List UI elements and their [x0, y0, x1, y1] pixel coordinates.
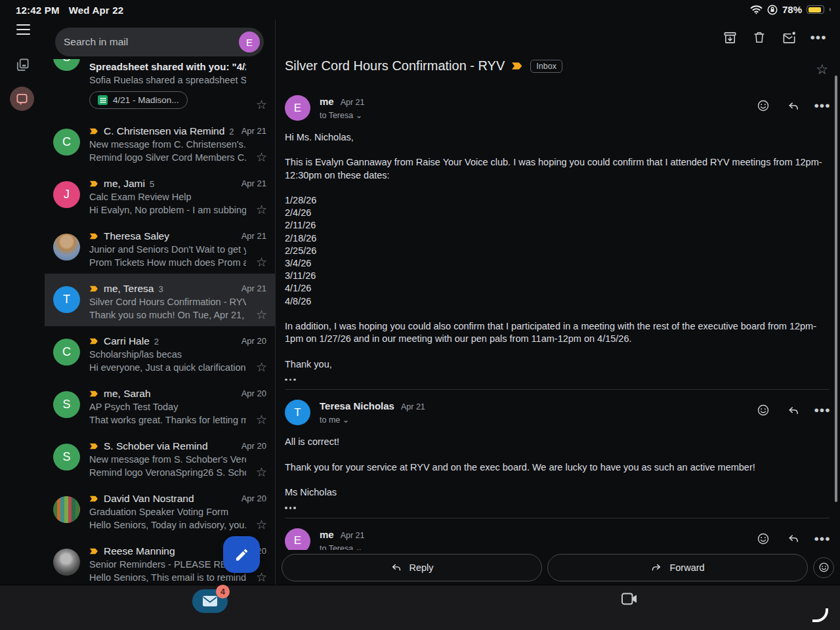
reply-icon — [786, 404, 800, 417]
attachment-chip[interactable]: 4/21 - Madison... — [89, 91, 188, 109]
wifi-icon — [750, 5, 763, 14]
email-date: Apr 21 — [242, 284, 266, 293]
message-body-line — [285, 308, 828, 320]
attachment-name: 4/21 - Madison... — [113, 95, 179, 105]
important-marker-icon — [89, 180, 99, 187]
delete-button[interactable] — [751, 30, 767, 45]
email-subject: Calc Exam Review Help — [89, 190, 246, 203]
email-sender: me, Jami — [104, 178, 145, 190]
thread-star-icon[interactable]: ☆ — [816, 62, 828, 76]
message-header[interactable]: E me Apr 21 to Teresa ⌄ ••• — [276, 85, 840, 127]
email-subject: New message from C. Christensen's... — [89, 138, 246, 151]
email-sender: Carri Hale — [104, 335, 150, 347]
unread-badge: 4 — [216, 585, 230, 598]
list-item[interactable]: C C. Christensen via Remind 2 New messag… — [45, 116, 275, 169]
inbox-label-chip[interactable]: Inbox — [530, 60, 562, 73]
message-body-line: 3/4/26 — [285, 257, 828, 270]
show-trimmed-content-button[interactable] — [285, 379, 840, 381]
reply-button[interactable] — [786, 98, 800, 113]
video-camera-icon[interactable] — [621, 592, 640, 606]
star-icon[interactable]: ☆ — [256, 256, 267, 268]
star-icon[interactable]: ☆ — [256, 518, 267, 531]
smiley-icon — [818, 562, 830, 573]
email-date: Apr 21 — [242, 178, 266, 188]
email-date: Apr 20 — [242, 494, 266, 503]
emoji-reaction-button[interactable] — [813, 557, 834, 578]
smiley-icon — [757, 99, 770, 112]
multitasking-windows-icon[interactable] — [15, 57, 30, 72]
list-item[interactable]: Theresa Saley Junior and Seniors Don't W… — [45, 221, 275, 274]
forward-pill-button[interactable]: Forward — [547, 554, 808, 581]
star-icon[interactable]: ☆ — [256, 361, 267, 373]
reply-pill-button[interactable]: Reply — [282, 554, 542, 581]
thread-subject: Silver Cord Hours Confirmation - RYV — [285, 58, 505, 74]
avatar: S — [53, 444, 80, 471]
list-item[interactable]: S me, Sarah AP Psych Test Today That wor… — [45, 379, 275, 431]
message-recipient[interactable]: to me ⌄ — [320, 415, 425, 425]
archive-icon — [723, 30, 738, 45]
emoji-reaction-button[interactable] — [756, 403, 770, 417]
email-snippet: Remind logo VeronaSpring26 S. Scho... — [89, 466, 246, 479]
message: T Teresa Nicholas Apr 21 to me ⌄ ••• — [276, 390, 840, 518]
emoji-reaction-button[interactable] — [756, 98, 770, 113]
mail-unread-icon — [782, 30, 797, 45]
window-corner-handle[interactable] — [812, 608, 828, 622]
star-icon[interactable]: ☆ — [256, 466, 267, 478]
important-marker-icon — [89, 495, 99, 502]
show-trimmed-content-button[interactable] — [285, 507, 840, 509]
message-recipient[interactable]: to Teresa ⌄ — [320, 110, 365, 120]
mark-unread-button[interactable] — [781, 30, 797, 45]
battery-icon — [807, 5, 824, 14]
email-sender: C. Christensen via Remind — [104, 125, 224, 137]
list-item[interactable]: S S. Schober via Remind New message from… — [45, 431, 275, 484]
email-snippet: Hi Evalyn, No problem - I am subbing... — [89, 203, 246, 217]
avatar-photo — [53, 234, 80, 261]
email-sender: S. Schober via Remind — [104, 440, 208, 452]
scrollbar-thumb[interactable] — [835, 75, 837, 502]
message-more-button[interactable]: ••• — [815, 98, 830, 113]
list-item[interactable]: C Carri Hale 2 Scholarship/las becas Hi … — [45, 326, 275, 379]
mail-app-icon[interactable]: 4 — [192, 589, 228, 613]
message-header[interactable]: T Teresa Nicholas Apr 21 to me ⌄ ••• — [276, 390, 840, 432]
star-icon[interactable]: ☆ — [256, 308, 267, 321]
message-body-line: 2/18/26 — [285, 232, 828, 245]
thread-count: 2 — [154, 337, 159, 346]
active-app-icon[interactable] — [10, 87, 34, 111]
search-bar[interactable]: Search in mail E — [55, 28, 264, 56]
more-button[interactable]: ••• — [810, 30, 826, 45]
email-date: Apr 20 — [242, 336, 266, 346]
message-more-button[interactable]: ••• — [815, 532, 830, 546]
message-body-line: 4/1/26 — [285, 282, 828, 295]
list-item-selected[interactable]: T me, Teresa 3 Silver Cord Hours Confirm… — [45, 274, 275, 326]
message-more-button[interactable]: ••• — [815, 403, 830, 417]
compose-button[interactable] — [223, 536, 260, 573]
reply-button[interactable] — [786, 403, 800, 417]
email-snippet: That works great. Thanks for letting m..… — [89, 413, 246, 427]
list-item[interactable]: S Spreadsheet shared with you: "4/2... S… — [45, 59, 275, 116]
account-avatar[interactable]: E — [239, 32, 260, 52]
emoji-reaction-button[interactable] — [756, 532, 770, 546]
search-input[interactable]: Search in mail — [64, 36, 239, 48]
menu-icon[interactable] — [16, 24, 30, 35]
reply-forward-bar: Reply Forward — [276, 550, 840, 585]
archive-button[interactable] — [722, 30, 738, 45]
star-icon[interactable]: ☆ — [256, 413, 267, 426]
star-icon[interactable]: ☆ — [256, 203, 267, 216]
chevron-down-icon: ⌄ — [356, 111, 362, 120]
message-sender: Teresa Nicholas — [320, 400, 394, 411]
star-icon[interactable]: ☆ — [256, 98, 267, 111]
avatar: S — [53, 59, 80, 71]
list-item[interactable]: J me, Jami 5 Calc Exam Review Help Hi Ev… — [45, 169, 275, 221]
star-icon[interactable]: ☆ — [256, 151, 267, 163]
reply-icon — [786, 99, 800, 113]
message-body: Hi Ms. Nicholas,This is Evalyn Gannaway … — [285, 131, 828, 371]
important-marker-icon — [89, 338, 99, 345]
gmail-app-screen: 12:42 PMWed Apr 22 78% Search in mail E — [0, 0, 840, 630]
rotation-lock-icon — [767, 5, 778, 15]
email-snippet: Thank you so much! On Tue, Apr 21, 2... — [89, 308, 246, 322]
star-icon[interactable]: ☆ — [256, 571, 267, 583]
email-date: Apr 20 — [242, 388, 266, 398]
reply-button[interactable] — [786, 532, 800, 546]
important-marker-icon — [89, 443, 99, 450]
list-item[interactable]: David Van Nostrand Graduation Speaker Vo… — [45, 484, 275, 536]
